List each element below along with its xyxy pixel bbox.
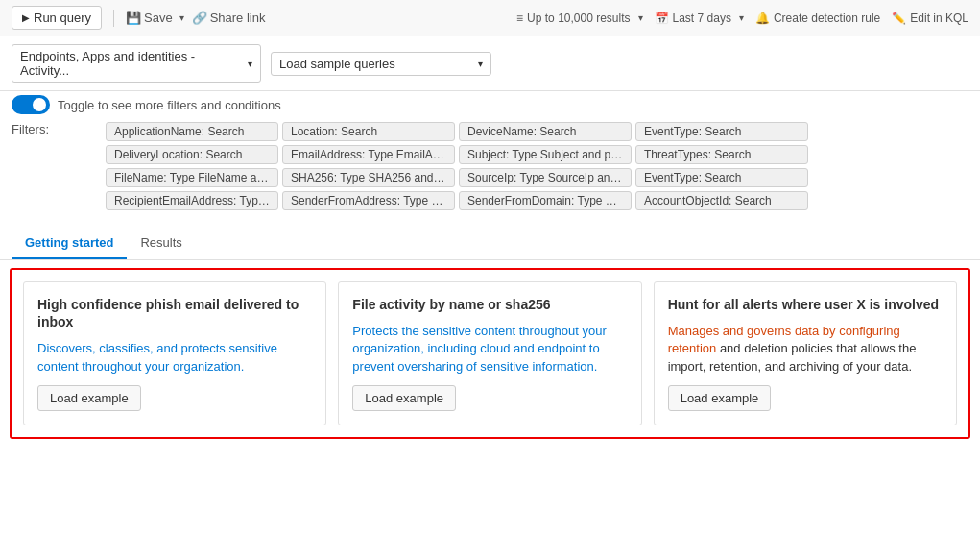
source-dropdown-label: Endpoints, Apps and identities - Activit… — [20, 49, 244, 78]
edit-kql-button[interactable]: ✏️ Edit in KQL — [892, 12, 968, 25]
load-example-label-2: Load example — [365, 391, 443, 405]
filter-chip-recipientemail[interactable]: RecipientEmailAddress: Type Rec... — [106, 191, 278, 210]
share-link-label: Share link — [210, 11, 266, 25]
save-icon: 💾 — [126, 11, 141, 25]
filter-chip-threattypes[interactable]: ThreatTypes: Search — [635, 145, 808, 164]
filter-chip-accountobjectid[interactable]: AccountObjectId: Search — [635, 191, 808, 210]
tab-getting-started-label: Getting started — [25, 235, 113, 250]
toolbar-left: ▶ Run query 💾 Save ▾ 🔗 Share link — [12, 6, 509, 30]
share-link-button[interactable]: 🔗 Share link — [192, 11, 266, 25]
filter-chip-applicationname[interactable]: ApplicationName: Search — [106, 122, 278, 141]
share-icon: 🔗 — [192, 11, 207, 25]
filter-chip-senderfromaddress[interactable]: SenderFromAddress: Type Send... — [282, 191, 455, 210]
run-query-button[interactable]: ▶ Run query — [12, 6, 102, 30]
filter-chip-filename[interactable]: FileName: Type FileName and pr... — [106, 168, 278, 187]
card-file-activity-title: File activity by name or sha256 — [352, 296, 627, 313]
create-rule-label: Create detection rule — [774, 12, 880, 25]
filters-toggle[interactable] — [12, 95, 50, 114]
tab-results[interactable]: Results — [127, 228, 195, 259]
results-limit-selector[interactable]: ≡ Up to 10,000 results ▾ — [516, 12, 642, 25]
tabs-row: Getting started Results — [0, 228, 980, 260]
results-chevron-icon: ▾ — [638, 12, 643, 23]
results-limit-icon: ≡ — [516, 12, 523, 25]
filter-chip-devicename[interactable]: DeviceName: Search — [459, 122, 632, 141]
run-query-label: Run query — [34, 11, 91, 25]
filter-chip-sha256[interactable]: SHA256: Type SHA256 and pres... — [282, 168, 455, 187]
run-icon: ▶ — [22, 12, 30, 23]
load-example-label-3: Load example — [681, 391, 759, 405]
card-file-activity: File activity by name or sha256 Protects… — [338, 281, 641, 425]
toggle-row: Toggle to see more filters and condition… — [0, 91, 980, 118]
rule-icon: 🔔 — [755, 12, 770, 25]
filter-chip-subject[interactable]: Subject: Type Subject and press ... — [459, 145, 632, 164]
save-label: Save — [144, 11, 173, 25]
load-example-button-1[interactable]: Load example — [37, 385, 141, 411]
queries-dropdown[interactable]: Load sample queries ▾ — [271, 52, 491, 76]
card-phish-email-desc: Discovers, classifies, and protects sens… — [37, 340, 312, 375]
time-range-label: Last 7 days — [673, 12, 731, 25]
card-phish-email-title: High confidence phish email delivered to… — [37, 296, 312, 330]
filter-chip-sourceip[interactable]: SourceIp: Type SourceIp and pre... — [459, 168, 632, 187]
card-hunt-alerts-title: Hunt for all alerts where user X is invo… — [668, 296, 943, 313]
time-range-selector[interactable]: 📅 Last 7 days ▾ — [655, 12, 744, 25]
time-chevron-icon: ▾ — [739, 12, 744, 23]
queries-dropdown-chevron-icon: ▾ — [478, 59, 483, 69]
queries-dropdown-label: Load sample queries — [279, 57, 395, 71]
load-example-label-1: Load example — [50, 391, 129, 405]
toggle-label: Toggle to see more filters and condition… — [58, 98, 281, 112]
toolbar-right: ≡ Up to 10,000 results ▾ 📅 Last 7 days ▾… — [516, 12, 968, 25]
create-detection-rule-button[interactable]: 🔔 Create detection rule — [755, 12, 880, 25]
save-button[interactable]: 💾 Save ▾ — [126, 11, 184, 25]
filter-chip-eventtype2[interactable]: EventType: Search — [635, 168, 808, 187]
tab-getting-started[interactable]: Getting started — [12, 228, 127, 259]
edit-kql-label: Edit in KQL — [910, 12, 968, 25]
filter-chip-deliverylocation[interactable]: DeliveryLocation: Search — [106, 145, 278, 164]
filter-chip-location[interactable]: Location: Search — [282, 122, 455, 141]
toolbar-separator-1 — [113, 10, 114, 27]
calendar-icon: 📅 — [655, 12, 669, 25]
load-example-button-3[interactable]: Load example — [668, 385, 772, 411]
toolbar: ▶ Run query 💾 Save ▾ 🔗 Share link ≡ Up t… — [0, 0, 980, 36]
card-file-activity-desc: Protects the sensitive content throughou… — [352, 323, 627, 376]
source-dropdown-chevron-icon: ▾ — [248, 59, 252, 69]
filter-chip-eventtype1[interactable]: EventType: Search — [635, 122, 808, 141]
filters-section: Filters: ApplicationName: Search Locatio… — [0, 118, 980, 218]
card-hunt-alerts: Hunt for all alerts where user X is invo… — [654, 281, 957, 425]
card-hunt-alerts-desc: Manages and governs data by configuring … — [668, 323, 943, 376]
load-example-button-2[interactable]: Load example — [352, 385, 456, 411]
filter-chips-grid: ApplicationName: Search Location: Search… — [106, 122, 808, 210]
tab-results-label: Results — [140, 235, 181, 250]
cards-area: High confidence phish email delivered to… — [10, 268, 970, 439]
results-limit-label: Up to 10,000 results — [527, 12, 630, 25]
controls-row: Endpoints, Apps and identities - Activit… — [0, 36, 980, 91]
card-phish-email: High confidence phish email delivered to… — [23, 281, 326, 425]
filter-chip-emailaddress[interactable]: EmailAddress: Type EmailAddres... — [282, 145, 455, 164]
save-chevron-icon: ▾ — [179, 12, 184, 23]
edit-icon: ✏️ — [892, 12, 906, 25]
source-dropdown[interactable]: Endpoints, Apps and identities - Activit… — [12, 44, 261, 83]
filter-chip-senderfromdomain[interactable]: SenderFromDomain: Type Sende... — [459, 191, 632, 210]
filters-label: Filters: — [12, 122, 55, 136]
